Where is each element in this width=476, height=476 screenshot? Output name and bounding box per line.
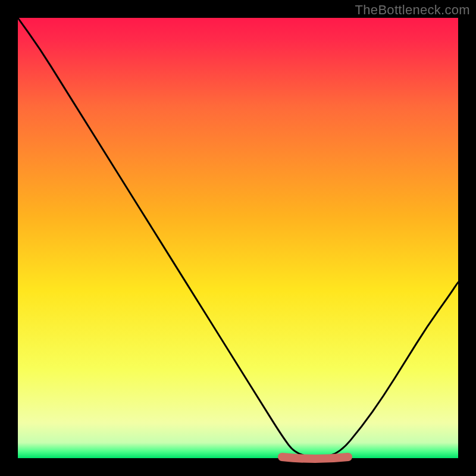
optimal-range-marker — [282, 457, 348, 459]
chart-canvas: { "watermark": "TheBottleneck.com", "col… — [0, 0, 476, 476]
plot-svg — [0, 0, 476, 476]
plot-area — [18, 18, 458, 458]
watermark-text: TheBottleneck.com — [355, 2, 470, 18]
